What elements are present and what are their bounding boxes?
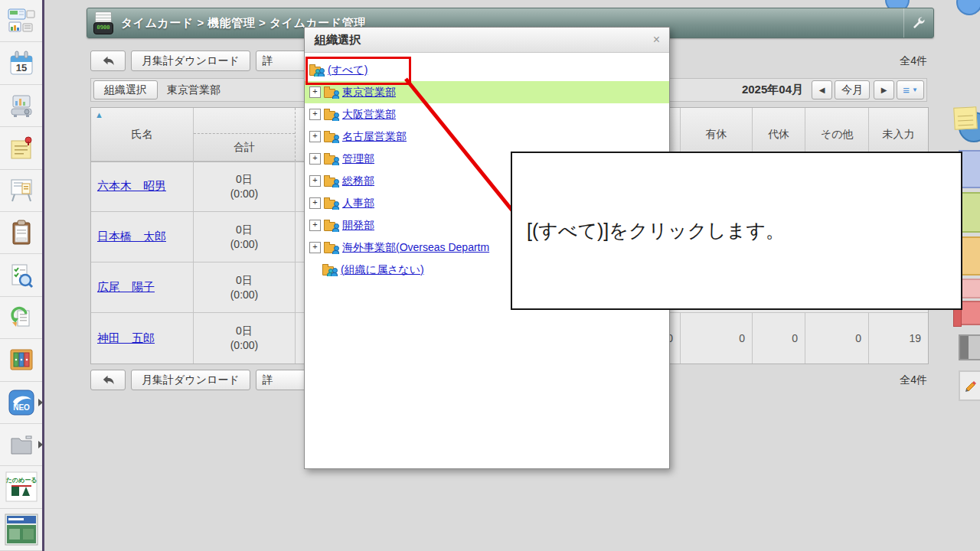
- org-link[interactable]: 開発部: [342, 219, 374, 233]
- employee-name-link[interactable]: 広尾 陽子: [97, 280, 155, 295]
- sidebar-item-folder[interactable]: [0, 424, 42, 466]
- org-group-icon: [322, 264, 339, 276]
- org-link[interactable]: 総務部: [342, 174, 374, 188]
- sidebar-item-bulletin-board[interactable]: [0, 170, 42, 212]
- expand-plus-icon[interactable]: +: [309, 86, 321, 98]
- calendar-icon: 15: [8, 50, 35, 77]
- sidebar-item-neo-launcher[interactable]: NEO: [0, 382, 42, 424]
- expand-plus-icon[interactable]: +: [309, 197, 321, 209]
- expand-plus-icon[interactable]: +: [309, 153, 321, 165]
- undo-arrow-icon: [101, 56, 116, 67]
- employee-name-link[interactable]: 日本橋 太郎: [97, 230, 166, 244]
- table-row: 日本橋 太郎: [91, 212, 194, 262]
- wrench-icon: [912, 16, 926, 30]
- tanomeru-logo: たのめーる: [5, 471, 38, 502]
- folder-icon: [8, 432, 35, 457]
- sticky-pencil-button[interactable]: [959, 370, 980, 401]
- total-count-top: 全4件: [900, 54, 927, 68]
- expand-plus-icon[interactable]: +: [309, 220, 321, 231]
- not-entered-cell: 19: [869, 313, 928, 364]
- org-select-button[interactable]: 組織選択: [93, 80, 158, 99]
- org-folder-icon: [324, 131, 341, 143]
- expand-arrow-icon[interactable]: [38, 441, 43, 448]
- neo-icon: NEO: [7, 388, 36, 417]
- column-header-name[interactable]: ▲ 氏名: [91, 108, 194, 161]
- expand-plus-icon[interactable]: +: [309, 175, 321, 187]
- sticky-tab-gray[interactable]: [959, 334, 980, 360]
- survey-search-icon: [8, 262, 35, 289]
- expand-plus-icon[interactable]: +: [309, 109, 321, 120]
- org-link[interactable]: 東京営業部: [342, 86, 396, 99]
- sticky-tab-red-selected-notch: [953, 308, 962, 327]
- caret-down-icon: ▼: [912, 86, 918, 93]
- table-row: 六本木 昭男: [91, 161, 194, 212]
- undo-arrow-icon: [101, 375, 116, 386]
- org-folder-icon: [324, 242, 341, 254]
- this-month-button[interactable]: 今月: [835, 80, 870, 99]
- expand-plus-icon[interactable]: +: [309, 131, 321, 142]
- right-triangle-icon: ▶: [881, 86, 887, 94]
- sidebar-item-memo[interactable]: [0, 127, 42, 169]
- sidebar-item-tanomeru[interactable]: たのめーる: [0, 466, 42, 508]
- org-folder-icon: [324, 220, 341, 232]
- prev-month-button[interactable]: ◀: [812, 80, 832, 99]
- sidebar-item-document-management[interactable]: [0, 339, 42, 381]
- org-folder-icon: [324, 109, 341, 121]
- comp-leave-cell: 0: [753, 313, 805, 364]
- sidebar-item-portal[interactable]: [0, 0, 42, 42]
- next-month-button[interactable]: ▶: [874, 80, 894, 99]
- notification-bubble: [956, 0, 980, 15]
- sidebar-item-schedule[interactable]: 15: [0, 42, 42, 84]
- employee-name-link[interactable]: 六本木 昭男: [97, 179, 166, 194]
- settings-button[interactable]: [903, 8, 933, 37]
- sort-ascending-icon[interactable]: ▲: [95, 110, 103, 119]
- total-count-bottom: 全4件: [900, 373, 927, 387]
- sidebar-item-presentation[interactable]: [0, 85, 42, 127]
- table-row: 広尾 陽子: [91, 262, 194, 313]
- sidebar-item-ad-banner[interactable]: [0, 509, 42, 551]
- dialog-title: 組織選択: [315, 33, 361, 47]
- expand-arrow-icon[interactable]: [38, 399, 43, 406]
- svg-text:NEO: NEO: [13, 403, 30, 412]
- hamburger-icon: ≡: [903, 84, 910, 96]
- svg-text:たのめーる: たのめーる: [5, 477, 37, 484]
- list-menu-button[interactable]: ≡ ▼: [897, 80, 924, 99]
- tree-item-nagoya[interactable]: + 名古屋営業部: [305, 126, 669, 148]
- employee-name-link[interactable]: 神田 五郎: [97, 331, 155, 346]
- screen: 15: [0, 0, 980, 551]
- svg-text:15: 15: [15, 62, 26, 73]
- monthly-summary-download-button[interactable]: 月集計ダウンロード: [131, 370, 250, 390]
- sidebar-item-clipboard[interactable]: [0, 212, 42, 254]
- back-button[interactable]: [90, 51, 126, 71]
- sidebar-item-survey[interactable]: [0, 254, 42, 296]
- org-folder-icon: [324, 86, 341, 99]
- total-cell: 0日(0:00): [194, 262, 296, 313]
- close-icon[interactable]: ×: [653, 33, 660, 47]
- sidebar-item-circulation[interactable]: [0, 297, 42, 339]
- table-row: 神田 五郎: [91, 313, 194, 364]
- timecard-app-icon: 0900: [93, 11, 113, 34]
- app-launcher-sidebar: 15: [0, 0, 44, 551]
- tree-item-osaka[interactable]: + 大阪営業部: [305, 103, 669, 126]
- org-link[interactable]: 人事部: [342, 197, 374, 210]
- org-none-link[interactable]: (組織に属さない): [341, 263, 424, 277]
- month-label: 2025年04月: [742, 83, 803, 97]
- back-button[interactable]: [90, 370, 126, 390]
- expand-plus-icon[interactable]: +: [309, 242, 321, 253]
- org-link[interactable]: 海外事業部(Overseas Departm: [342, 241, 489, 255]
- instruction-callout: [(すべて)]をクリックします。: [511, 152, 962, 310]
- sticky-note-widget[interactable]: [954, 104, 980, 145]
- org-link[interactable]: 名古屋営業部: [342, 130, 407, 144]
- dialog-titlebar: 組織選択 ×: [305, 28, 669, 53]
- org-link[interactable]: 大阪営業部: [342, 108, 396, 122]
- org-link[interactable]: 管理部: [342, 152, 374, 166]
- binders-icon: [8, 347, 35, 373]
- total-cell: 0日(0:00): [194, 161, 296, 212]
- other-cell: 0: [805, 313, 869, 364]
- selected-org-label: 東京営業部: [167, 83, 220, 97]
- portal-icon: [7, 8, 36, 34]
- board-icon: [8, 177, 35, 204]
- paid-leave-cell: 0: [681, 313, 753, 364]
- org-folder-icon: [324, 197, 341, 210]
- monthly-summary-download-button[interactable]: 月集計ダウンロード: [131, 51, 250, 71]
